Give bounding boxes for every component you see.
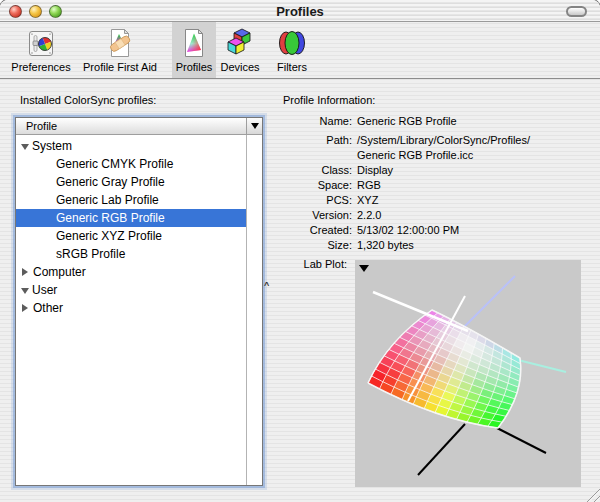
tree-row-label: Generic Lab Profile <box>56 193 159 207</box>
toolbar-label-filters: Filters <box>277 61 307 74</box>
toolbar-label-devices: Devices <box>220 61 259 74</box>
info-row-pcs: PCS: XYZ <box>283 193 583 208</box>
filters-icon <box>276 26 308 59</box>
toolbar-toggle-button[interactable] <box>566 6 587 17</box>
lab-plot-label: Lab Plot: <box>283 258 347 270</box>
toolbar-label-profile-first-aid: Profile First Aid <box>83 61 157 74</box>
toolbar-item-filters[interactable]: Filters <box>264 22 320 78</box>
profile-information-heading: Profile Information: <box>283 94 375 106</box>
info-value-pcs: XYZ <box>357 193 583 208</box>
window-resize-grip[interactable] <box>584 486 600 502</box>
toolbar-item-preferences[interactable]: Preferences <box>8 22 74 78</box>
disclosure-closed-icon[interactable] <box>22 304 28 312</box>
tree-row-computer[interactable]: Computer <box>16 263 246 281</box>
info-row-name: Name: Generic RGB Profile <box>283 114 583 129</box>
disclosure-open-icon[interactable] <box>21 288 29 294</box>
tree-row-label: User <box>32 283 57 297</box>
colorsync-window: Profiles <box>0 0 600 502</box>
installed-profiles-heading: Installed ColorSync profiles: <box>20 94 156 106</box>
tree-row-generic-xyz[interactable]: Generic XYZ Profile <box>16 227 246 245</box>
toolbar-label-profiles: Profiles <box>176 61 213 74</box>
preferences-icon <box>28 26 54 59</box>
tree-row-generic-cmyk[interactable]: Generic CMYK Profile <box>16 155 246 173</box>
toolbar: Preferences <box>0 22 600 79</box>
column-header-menu-button[interactable] <box>246 118 262 134</box>
toolbar-item-devices[interactable]: Devices <box>216 22 264 78</box>
devices-icon <box>225 26 255 59</box>
lab-plot-canvas[interactable] <box>355 260 581 487</box>
profile-first-aid-icon <box>107 26 133 59</box>
info-row-space: Space: RGB <box>283 178 583 193</box>
chevron-down-icon <box>251 123 259 129</box>
tree-row-label: Generic Gray Profile <box>56 175 165 189</box>
disclosure-open-icon[interactable] <box>21 144 29 150</box>
pane-splitter-handle[interactable]: ^ <box>264 281 269 290</box>
column-header-label: Profile <box>16 118 246 134</box>
info-value-space: RGB <box>357 178 583 193</box>
vertical-scrollbar[interactable] <box>246 135 262 485</box>
disclosure-closed-icon[interactable] <box>22 268 28 276</box>
tree-row-user[interactable]: User <box>16 281 246 299</box>
tree-row-label: sRGB Profile <box>56 247 125 261</box>
window-title: Profiles <box>0 4 600 19</box>
profiles-list: Profile System Generic CMYK Profile Gene… <box>15 117 263 486</box>
profiles-icon <box>182 26 206 59</box>
tree-row-srgb[interactable]: sRGB Profile <box>16 245 246 263</box>
tree-row-label: Other <box>33 301 63 315</box>
tree-row-label: Generic CMYK Profile <box>56 157 173 171</box>
tree-row-generic-lab[interactable]: Generic Lab Profile <box>16 191 246 209</box>
toolbar-item-profiles[interactable]: Profiles <box>172 22 216 78</box>
tree-row-label: System <box>32 139 72 153</box>
plot-disclosure-triangle-icon[interactable] <box>359 265 369 272</box>
tree-row-label: Generic RGB Profile <box>56 211 165 225</box>
info-value-size: 1,320 bytes <box>357 238 583 253</box>
info-row-class: Class: Display <box>283 163 583 178</box>
tree-row-generic-gray[interactable]: Generic Gray Profile <box>16 173 246 191</box>
list-column-header[interactable]: Profile <box>16 118 262 135</box>
tree-row-label: Generic XYZ Profile <box>56 229 162 243</box>
toolbar-item-profile-first-aid[interactable]: Profile First Aid <box>74 22 166 78</box>
info-row-path: Path: /System/Library/ColorSync/Profiles… <box>283 133 583 163</box>
info-value-version: 2.2.0 <box>357 208 583 223</box>
toolbar-label-preferences: Preferences <box>11 61 70 74</box>
titlebar: Profiles <box>0 0 600 22</box>
info-value-class: Display <box>357 163 583 178</box>
info-row-created: Created: 5/13/02 12:00:00 PM <box>283 223 583 238</box>
tree-row-system[interactable]: System <box>16 137 246 155</box>
profiles-tree: System Generic CMYK Profile Generic Gray… <box>16 135 246 485</box>
profile-info-fields: Name: Generic RGB Profile Path: /System/… <box>283 114 583 253</box>
info-value-created: 5/13/02 12:00:00 PM <box>357 223 583 238</box>
tree-row-label: Computer <box>33 265 86 279</box>
info-row-version: Version: 2.2.0 <box>283 208 583 223</box>
tree-row-generic-rgb-selected[interactable]: Generic RGB Profile <box>16 209 246 227</box>
info-value-name: Generic RGB Profile <box>357 114 583 129</box>
info-row-size: Size: 1,320 bytes <box>283 238 583 253</box>
lab-plot-area <box>355 260 581 487</box>
info-value-path: /System/Library/ColorSync/Profiles/ Gene… <box>357 133 583 163</box>
tree-row-other[interactable]: Other <box>16 299 246 317</box>
